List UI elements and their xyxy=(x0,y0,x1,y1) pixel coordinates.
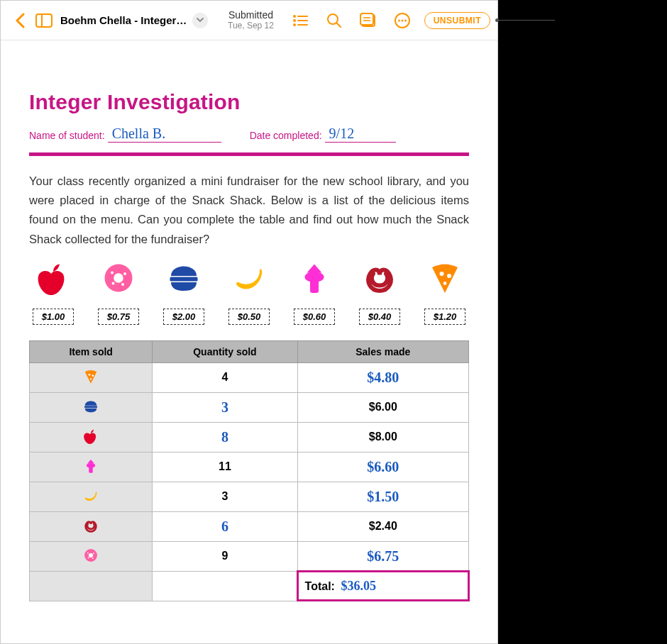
burger-icon xyxy=(166,260,202,296)
menu-item-apple: $1.00 xyxy=(31,260,76,325)
pizza-icon xyxy=(427,260,463,296)
cell-qty: 9 xyxy=(153,541,297,571)
total-label: Total: xyxy=(305,580,335,592)
cell-item xyxy=(30,422,153,452)
menu-item-pizza: $1.20 xyxy=(422,260,468,325)
total-empty1 xyxy=(30,571,153,601)
svg-point-3 xyxy=(293,19,296,22)
price-apple: $1.00 xyxy=(33,309,74,325)
burger-icon xyxy=(82,399,99,416)
date-value: 9/12 xyxy=(329,126,355,141)
total-empty2 xyxy=(153,571,297,601)
date-label: Date completed: xyxy=(250,130,322,143)
svg-point-15 xyxy=(398,19,400,21)
cell-qty: 11 xyxy=(153,452,297,482)
th-item: Item sold xyxy=(30,340,153,362)
info-row: Name of student: Chella B. Date complete… xyxy=(29,126,469,143)
back-icon[interactable] xyxy=(8,9,32,33)
cell-qty: 8 xyxy=(153,422,297,452)
cell-item xyxy=(30,482,153,511)
table-row: 8 $8.00 xyxy=(30,422,469,452)
price-donut: $0.75 xyxy=(98,309,139,325)
svg-point-17 xyxy=(404,19,407,21)
total-value: $36.05 xyxy=(341,579,376,593)
annotation-icon[interactable] xyxy=(356,9,380,33)
sidebar-toggle-icon[interactable] xyxy=(32,9,56,33)
price-icecream: $0.60 xyxy=(294,309,335,325)
menu-item-burger: $2.00 xyxy=(161,260,206,325)
table-row: 9 $6.75 xyxy=(30,541,469,571)
menu-item-donut: $0.75 xyxy=(96,260,141,325)
sales-table: Item sold Quantity sold Sales made 4 $4.… xyxy=(29,340,469,601)
svg-point-16 xyxy=(401,19,403,21)
page-heading: Integer Investigation xyxy=(29,90,469,114)
unsubmit-button[interactable]: UNSUBMIT xyxy=(424,12,490,29)
toolbar-right: UNSUBMIT xyxy=(288,9,490,33)
doc-title: Boehm Chella - Integers I... xyxy=(60,14,188,26)
cell-qty: 3 xyxy=(153,392,297,422)
table-row: 3 $6.00 xyxy=(30,392,469,422)
document-body: Integer Investigation Name of student: C… xyxy=(1,40,497,623)
apple-icon xyxy=(82,428,99,445)
more-icon[interactable] xyxy=(390,9,414,33)
search-icon[interactable] xyxy=(322,9,346,33)
cell-item xyxy=(30,541,153,571)
cell-sales: $2.40 xyxy=(297,511,468,541)
pretzel-icon xyxy=(362,260,397,296)
th-qty: Quantity sold xyxy=(153,340,297,362)
donut-icon xyxy=(82,548,99,565)
price-pretzel: $0.40 xyxy=(359,309,400,325)
pretzel-icon xyxy=(82,518,99,535)
cell-item xyxy=(30,511,153,541)
banana-icon xyxy=(82,488,99,505)
cell-qty: 4 xyxy=(153,362,297,392)
svg-rect-11 xyxy=(360,13,373,25)
status-line1: Submitted xyxy=(228,10,274,21)
svg-rect-0 xyxy=(36,14,52,27)
cell-sales: $4.80 xyxy=(297,362,468,392)
menu-item-pretzel: $0.40 xyxy=(357,260,402,325)
cell-item xyxy=(30,362,153,392)
status-line2: Tue, Sep 12 xyxy=(228,21,274,30)
apple-icon xyxy=(35,260,71,296)
cell-sales: $1.50 xyxy=(297,482,468,511)
name-label: Name of student: xyxy=(29,130,105,143)
title-chevron-icon[interactable] xyxy=(192,13,208,28)
app-window: Boehm Chella - Integers I... Submitted T… xyxy=(0,0,498,644)
cell-sales: $6.00 xyxy=(297,392,468,422)
donut-icon xyxy=(101,260,136,296)
cell-sales: $8.00 xyxy=(297,422,468,452)
callout-pointer xyxy=(498,20,555,21)
cell-qty: 6 xyxy=(153,511,297,541)
price-burger: $2.00 xyxy=(163,309,204,325)
name-value: Chella B. xyxy=(112,126,166,141)
table-row: 3 $1.50 xyxy=(30,482,469,511)
date-field: Date completed: 9/12 xyxy=(250,126,396,143)
icecream-icon xyxy=(297,260,332,296)
menu-item-banana: $0.50 xyxy=(226,260,272,325)
icecream-icon xyxy=(82,458,99,475)
toc-icon[interactable] xyxy=(288,9,312,33)
table-row: 11 $6.60 xyxy=(30,452,469,482)
svg-point-4 xyxy=(293,23,296,26)
divider-bar xyxy=(29,152,469,156)
cell-sales: $6.60 xyxy=(297,452,468,482)
th-sales: Sales made xyxy=(297,340,468,362)
svg-point-2 xyxy=(293,15,296,18)
pizza-icon xyxy=(82,369,99,386)
name-field: Name of student: Chella B. xyxy=(29,126,221,143)
cell-sales: $6.75 xyxy=(297,541,468,571)
menu-row: $1.00 $0.75 $2.00 $0.50 $0.60 $0.40 $1.2… xyxy=(29,260,469,325)
body-text: Your class recently organized a mini fun… xyxy=(29,172,469,249)
cell-item xyxy=(30,452,153,482)
svg-line-9 xyxy=(336,23,341,27)
doc-title-wrap: Boehm Chella - Integers I... xyxy=(60,13,208,28)
table-row: 6 $2.40 xyxy=(30,511,469,541)
table-row: 4 $4.80 xyxy=(30,362,469,392)
menu-item-icecream: $0.60 xyxy=(292,260,337,325)
status-block: Submitted Tue, Sep 12 xyxy=(228,10,274,30)
banana-icon xyxy=(231,260,267,296)
toolbar: Boehm Chella - Integers I... Submitted T… xyxy=(1,1,497,40)
price-pizza: $1.20 xyxy=(424,309,465,325)
price-banana: $0.50 xyxy=(228,309,270,325)
